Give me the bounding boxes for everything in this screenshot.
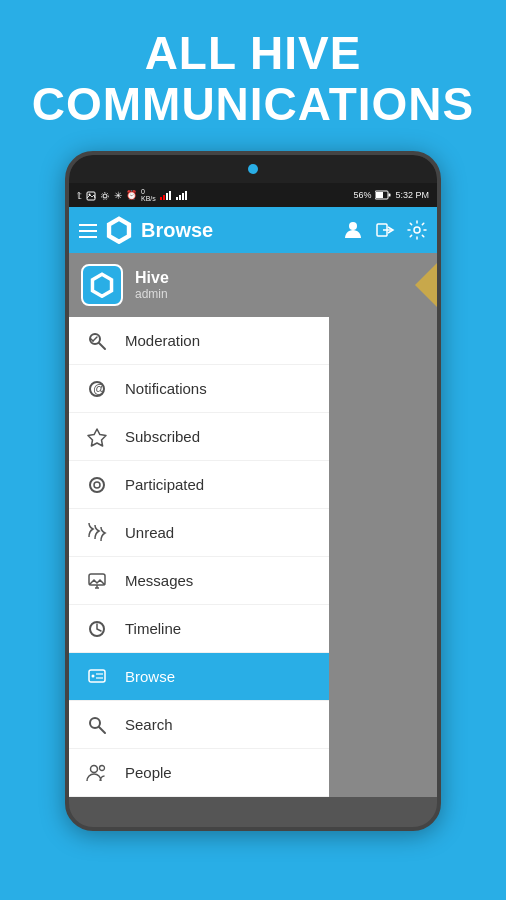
appbar-logo	[105, 216, 133, 244]
drawer-header: Hive admin	[69, 253, 329, 317]
svg-rect-10	[182, 193, 184, 200]
svg-rect-5	[163, 195, 165, 200]
app-bar-title: Browse	[141, 219, 335, 242]
svg-point-2	[103, 194, 107, 198]
moderation-icon	[85, 330, 109, 351]
svg-rect-35	[89, 670, 105, 682]
svg-point-18	[349, 222, 357, 230]
browse-label: Browse	[125, 668, 175, 685]
time: 5:32 PM	[395, 190, 429, 200]
headline-line2: COMMUNICATIONS	[32, 79, 474, 130]
participated-icon	[85, 474, 109, 495]
svg-rect-11	[185, 191, 187, 200]
subscribed-label: Subscribed	[125, 428, 200, 445]
notifications-label: Notifications	[125, 380, 207, 397]
svg-rect-4	[160, 197, 162, 200]
people-label: People	[125, 764, 172, 781]
menu-item-browse[interactable]: Browse	[69, 653, 329, 701]
notifications-icon: @	[85, 378, 109, 399]
app-bar: Browse	[69, 207, 437, 253]
camera-dot	[248, 164, 258, 174]
messages-icon	[85, 570, 109, 591]
menu-item-subscribed[interactable]: Subscribed	[69, 413, 329, 461]
drawer-role: admin	[135, 287, 169, 301]
phone-mockup: 𝕥 ✳ ⏰ 0KB/s	[65, 151, 441, 831]
svg-point-42	[100, 766, 105, 771]
drawer-user-info: Hive admin	[135, 269, 169, 301]
svg-point-29	[90, 478, 104, 492]
menu-item-messages[interactable]: Messages	[69, 557, 329, 605]
alarm-icon: ⏰	[126, 190, 137, 200]
image-icon	[86, 190, 96, 201]
timeline-label: Timeline	[125, 620, 181, 637]
battery-percent: 56%	[353, 190, 371, 200]
side-drawer: Hive admin Moderation @ Notifications	[69, 253, 329, 797]
menu-item-participated[interactable]: Participated	[69, 461, 329, 509]
svg-point-21	[414, 227, 420, 233]
moderation-label: Moderation	[125, 332, 200, 349]
unread-icon	[85, 522, 109, 543]
svg-rect-9	[179, 195, 181, 200]
menu-item-timeline[interactable]: Timeline	[69, 605, 329, 653]
status-bar: 𝕥 ✳ ⏰ 0KB/s	[69, 183, 437, 207]
svg-rect-6	[166, 193, 168, 200]
timeline-icon	[85, 618, 109, 639]
svg-rect-16	[79, 230, 97, 232]
svg-point-41	[91, 766, 98, 773]
menu-item-people[interactable]: People	[69, 749, 329, 797]
drawer-avatar	[81, 264, 123, 306]
status-right: 56% 5:32 PM	[353, 190, 429, 200]
twitter-icon: 𝕥	[77, 190, 82, 201]
svg-line-40	[99, 727, 105, 733]
menu-item-moderation[interactable]: Moderation	[69, 317, 329, 365]
headline: ALL HIVE COMMUNICATIONS	[32, 28, 474, 129]
signal2-icon	[176, 190, 188, 200]
main-content: Hive admin Moderation @ Notifications	[69, 253, 437, 797]
svg-line-23	[99, 343, 105, 349]
browse-icon	[85, 666, 109, 687]
hive-hexagon	[89, 272, 115, 298]
hamburger-icon[interactable]	[79, 220, 97, 241]
menu-item-notifications[interactable]: @ Notifications	[69, 365, 329, 413]
svg-point-30	[94, 482, 100, 488]
subscribed-icon	[85, 426, 109, 447]
data-label: 0KB/s	[141, 188, 156, 202]
logout-icon[interactable]	[375, 220, 395, 240]
svg-rect-8	[176, 197, 178, 200]
menu-item-search[interactable]: Search	[69, 701, 329, 749]
menu-item-unread[interactable]: Unread	[69, 509, 329, 557]
status-left-icons: 𝕥 ✳ ⏰ 0KB/s	[77, 188, 188, 202]
svg-rect-7	[169, 191, 171, 200]
svg-line-25	[93, 337, 97, 341]
hive-hexagon-inner	[93, 276, 111, 294]
svg-rect-13	[376, 192, 383, 198]
signal-icon	[160, 190, 172, 200]
search-label: Search	[125, 716, 173, 733]
drawer-username: Hive	[135, 269, 169, 287]
corner-arrow	[415, 263, 437, 307]
gear-icon[interactable]	[407, 220, 427, 240]
settings-status-icon	[100, 190, 110, 201]
search-icon	[85, 714, 109, 735]
app-bar-action-icons	[343, 220, 427, 240]
person-icon[interactable]	[343, 220, 363, 240]
svg-point-36	[92, 675, 95, 678]
bluetooth-icon: ✳	[114, 190, 122, 201]
svg-rect-15	[79, 224, 97, 226]
svg-text:@: @	[93, 382, 105, 396]
people-icon	[85, 762, 109, 783]
unread-label: Unread	[125, 524, 174, 541]
svg-rect-17	[79, 236, 97, 238]
svg-marker-28	[88, 429, 106, 446]
headline-line1: ALL HIVE	[32, 28, 474, 79]
phone-notch	[69, 155, 437, 183]
messages-label: Messages	[125, 572, 193, 589]
svg-rect-14	[389, 194, 391, 197]
battery-icon	[375, 190, 391, 200]
main-right-panel	[329, 253, 437, 797]
appbar-logo-inner	[110, 221, 128, 239]
participated-label: Participated	[125, 476, 204, 493]
